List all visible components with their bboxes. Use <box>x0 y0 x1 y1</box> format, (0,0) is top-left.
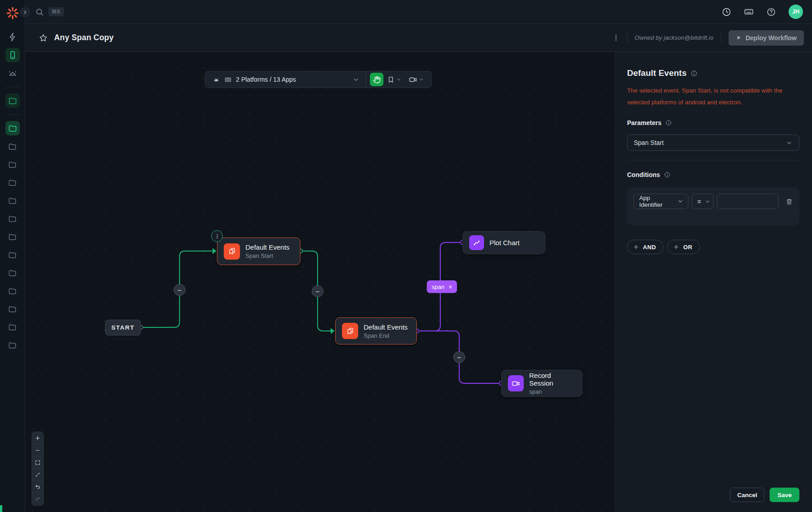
conditions-label: Conditions <box>627 171 660 178</box>
video-camera-icon <box>508 375 524 391</box>
add-or-label: OR <box>683 244 692 251</box>
workflow-canvas[interactable]: 2 Platforms / 13 Apps <box>25 52 615 512</box>
shortcuts-button[interactable] <box>744 7 754 17</box>
help-button[interactable] <box>766 7 776 17</box>
history-button[interactable] <box>722 7 731 17</box>
edge-collapse-button[interactable]: − <box>312 285 323 297</box>
cancel-button[interactable]: Cancel <box>730 488 764 502</box>
redo-button[interactable] <box>32 493 43 505</box>
save-button[interactable]: Save <box>770 488 799 502</box>
redo-icon <box>35 496 41 502</box>
sidebar-folder[interactable] <box>5 284 20 298</box>
sidebar-item-events[interactable] <box>5 30 20 44</box>
condition-operator-select[interactable]: = <box>692 194 714 209</box>
sidebar-item-workflows-root[interactable] <box>5 93 20 108</box>
node-record-session[interactable]: Record Session span <box>501 370 582 397</box>
minus-icon <box>35 447 41 453</box>
condition-value-input[interactable] <box>717 194 779 209</box>
pan-tool-button[interactable] <box>370 73 383 86</box>
node-span-end[interactable]: Default Events Span End <box>335 317 417 344</box>
app-root: ⌘K JH Any Span Copy <box>0 0 812 512</box>
sidebar-folder[interactable] <box>5 193 20 208</box>
info-icon[interactable] <box>665 120 672 126</box>
sidebar-folder[interactable] <box>5 338 20 352</box>
add-or-condition-button[interactable]: OR <box>667 240 700 254</box>
sidebar-folder[interactable] <box>5 265 20 280</box>
edge-collapse-button[interactable]: − <box>453 351 465 363</box>
sidebar-folder-selected[interactable] <box>5 121 20 135</box>
sidebar-item-alerts[interactable] <box>5 66 20 80</box>
add-and-condition-button[interactable]: AND <box>627 240 664 254</box>
interactivity-icon <box>35 472 41 478</box>
folder-icon <box>8 196 17 205</box>
folder-icon <box>8 287 17 295</box>
kebab-menu-icon <box>612 34 620 42</box>
folder-icon <box>8 160 17 169</box>
node-options-button[interactable] <box>211 230 223 242</box>
platforms-dropdown[interactable]: 2 Platforms / 13 Apps <box>205 71 366 88</box>
zoom-in-button[interactable] <box>32 432 43 444</box>
sidebar-folder[interactable] <box>5 211 20 226</box>
node-span-start[interactable]: Default Events Span Start <box>217 237 300 265</box>
add-and-label: AND <box>643 244 656 251</box>
condition-field-select[interactable]: App Identifier <box>633 194 688 209</box>
sidebar-folder[interactable] <box>5 320 20 334</box>
sidebar-bottom-indicator <box>0 505 2 512</box>
deploy-workflow-button[interactable]: Deploy Workflow <box>729 30 804 46</box>
sidebar-folder[interactable] <box>5 247 20 262</box>
session-recording-tool-button[interactable] <box>405 75 428 84</box>
folder-icon <box>8 214 17 223</box>
node-start[interactable]: START <box>105 320 141 335</box>
chevron-down-icon <box>353 76 360 83</box>
sidebar-folder[interactable] <box>5 157 20 172</box>
android-icon <box>212 76 220 84</box>
node-subtitle: Span Start <box>245 252 290 259</box>
parameter-select-value: Span Start <box>634 139 664 146</box>
sidebar-folder[interactable] <box>5 302 20 316</box>
toggle-interactivity-button[interactable] <box>32 469 43 481</box>
workflow-edges <box>25 52 615 512</box>
sidebar-folder[interactable] <box>5 175 20 190</box>
fit-view-button[interactable] <box>32 456 43 469</box>
info-icon[interactable] <box>691 70 697 77</box>
hand-icon <box>373 76 381 84</box>
bookmarks-tool-button[interactable] <box>383 76 405 84</box>
kebab-menu-icon <box>214 233 220 239</box>
condition-field-value: App Identifier <box>639 195 674 208</box>
sidebar <box>0 0 25 512</box>
edge-label-span[interactable]: span <box>427 280 457 293</box>
folder-icon <box>8 305 17 313</box>
folder-icon <box>8 178 17 187</box>
global-search[interactable]: ⌘K <box>35 7 64 16</box>
chevron-down-icon <box>396 77 401 82</box>
workflow-menu-button[interactable] <box>612 34 620 42</box>
play-icon <box>736 35 742 41</box>
fit-view-icon <box>35 460 41 465</box>
clock-icon <box>722 7 731 17</box>
zoom-out-button[interactable] <box>32 444 43 456</box>
avatar[interactable]: JH <box>789 5 803 19</box>
search-icon <box>35 8 44 16</box>
delete-condition-button[interactable] <box>785 198 793 205</box>
alarm-bell-icon <box>8 68 18 78</box>
search-shortcut-badge: ⌘K <box>48 7 64 16</box>
sidebar-folder[interactable] <box>5 229 20 244</box>
favorite-star-button[interactable] <box>39 33 48 42</box>
node-plot-chart[interactable]: Plot Chart <box>462 231 545 254</box>
sidebar-expand-button[interactable] <box>20 7 30 17</box>
edge-collapse-button[interactable]: − <box>174 284 185 296</box>
close-icon[interactable] <box>448 284 453 289</box>
undo-button[interactable] <box>32 481 43 493</box>
plus-icon <box>633 244 639 250</box>
sidebar-folder[interactable] <box>5 139 20 154</box>
node-title: Record Session <box>529 372 576 387</box>
parameter-select[interactable]: Span Start <box>627 135 799 151</box>
edge-label-text: span <box>432 284 444 290</box>
condition-operator-value: = <box>697 198 701 205</box>
info-icon[interactable] <box>664 172 670 178</box>
topbar-actions: JH <box>722 5 803 19</box>
node-subtitle: span <box>529 388 576 395</box>
sidebar-item-sessions[interactable] <box>5 48 20 62</box>
plus-icon <box>35 435 41 441</box>
electron-icon <box>224 76 232 84</box>
